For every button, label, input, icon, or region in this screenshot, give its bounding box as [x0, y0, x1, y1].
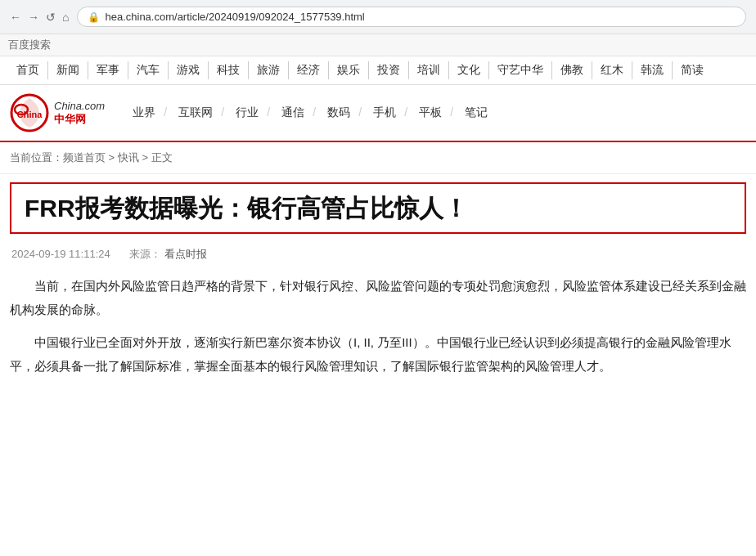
site-subnav-item[interactable]: 业界: [121, 102, 167, 123]
logo-svg: China: [10, 93, 49, 132]
top-nav-bar: 百度搜索: [0, 34, 756, 56]
category-nav-item[interactable]: 佛教: [552, 61, 592, 79]
category-nav-item[interactable]: 经济: [289, 61, 329, 79]
site-subnav-item[interactable]: 通信: [270, 102, 316, 123]
site-subnav-item[interactable]: 行业: [224, 102, 270, 123]
category-nav-item[interactable]: 首页: [8, 61, 48, 79]
site-subnav: 业界互联网行业通信数码手机平板笔记: [121, 102, 499, 123]
breadcrumb-text: 当前位置：频道首页 > 快讯 > 正文: [10, 151, 173, 164]
article-content: 当前，在国内外风险监管日趋严格的背景下，针对银行风控、风险监管问题的专项处罚愈演…: [10, 275, 746, 378]
forward-icon[interactable]: →: [28, 11, 39, 24]
category-nav: 首页新闻军事汽车游戏科技旅游经济娱乐投资培训文化守艺中华佛教红木韩流简读: [0, 56, 756, 85]
logo-text: China.com 中华网: [54, 100, 105, 125]
article-meta: 2024-09-19 11:11:24 来源： 看点时报: [10, 247, 746, 262]
category-nav-item[interactable]: 军事: [88, 61, 128, 79]
address-bar[interactable]: 🔒 hea.china.com/article/20240919/092024_…: [77, 7, 746, 27]
category-nav-item[interactable]: 培训: [409, 61, 449, 79]
article-para-2: 中国银行业已全面对外开放，逐渐实行新巴塞尔资本协议（I, II, 乃至III）。…: [10, 331, 746, 378]
source-name: 看点时报: [164, 248, 207, 260]
breadcrumb: 当前位置：频道首页 > 快讯 > 正文: [0, 142, 756, 174]
nav-icons: ← → ↺ ⌂: [10, 11, 69, 24]
site-header: China China.com 中华网 业界互联网行业通信数码手机平板笔记: [0, 85, 756, 142]
lock-icon: 🔒: [88, 11, 100, 23]
site-subnav-item[interactable]: 互联网: [167, 102, 224, 123]
site-subnav-item[interactable]: 笔记: [453, 102, 499, 123]
site-subnav-item[interactable]: 数码: [316, 102, 362, 123]
site-subnav-item[interactable]: 平板: [407, 102, 453, 123]
category-nav-item[interactable]: 简读: [673, 61, 712, 79]
category-nav-item[interactable]: 科技: [209, 61, 249, 79]
category-nav-item[interactable]: 旅游: [249, 61, 289, 79]
category-nav-item[interactable]: 守艺中华: [489, 61, 552, 79]
article-para-1: 当前，在国内外风险监管日趋严格的背景下，针对银行风控、风险监管问题的专项处罚愈演…: [10, 275, 746, 321]
article-title-box: FRR报考数据曝光：银行高管占比惊人！: [10, 182, 746, 234]
category-nav-item[interactable]: 韩流: [632, 61, 673, 79]
category-nav-item[interactable]: 娱乐: [329, 61, 369, 79]
article-date: 2024-09-19 11:11:24: [11, 248, 110, 260]
home-icon[interactable]: ⌂: [62, 11, 69, 24]
logo-china-com: China.com: [54, 100, 105, 113]
category-nav-item[interactable]: 新闻: [48, 61, 88, 79]
logo-area: China China.com 中华网: [10, 93, 105, 132]
top-nav-label: 百度搜索: [8, 38, 51, 51]
logo-chinese: 中华网: [54, 113, 105, 126]
category-nav-item[interactable]: 汽车: [128, 61, 169, 79]
url-text: hea.china.com/article/20240919/092024_15…: [105, 11, 364, 23]
category-nav-item[interactable]: 文化: [449, 61, 489, 79]
article-title: FRR报考数据曝光：银行高管占比惊人！: [25, 192, 731, 224]
browser-chrome: ← → ↺ ⌂ 🔒 hea.china.com/article/20240919…: [0, 0, 756, 34]
refresh-icon[interactable]: ↺: [46, 11, 56, 24]
site-subnav-item[interactable]: 手机: [362, 102, 407, 123]
category-nav-item[interactable]: 红木: [592, 61, 632, 79]
back-icon[interactable]: ←: [10, 11, 21, 24]
category-nav-item[interactable]: 游戏: [169, 61, 209, 79]
article-area: FRR报考数据曝光：银行高管占比惊人！ 2024-09-19 11:11:24 …: [0, 174, 756, 396]
category-nav-item[interactable]: 投资: [369, 61, 409, 79]
source-label: 来源：: [129, 248, 161, 260]
